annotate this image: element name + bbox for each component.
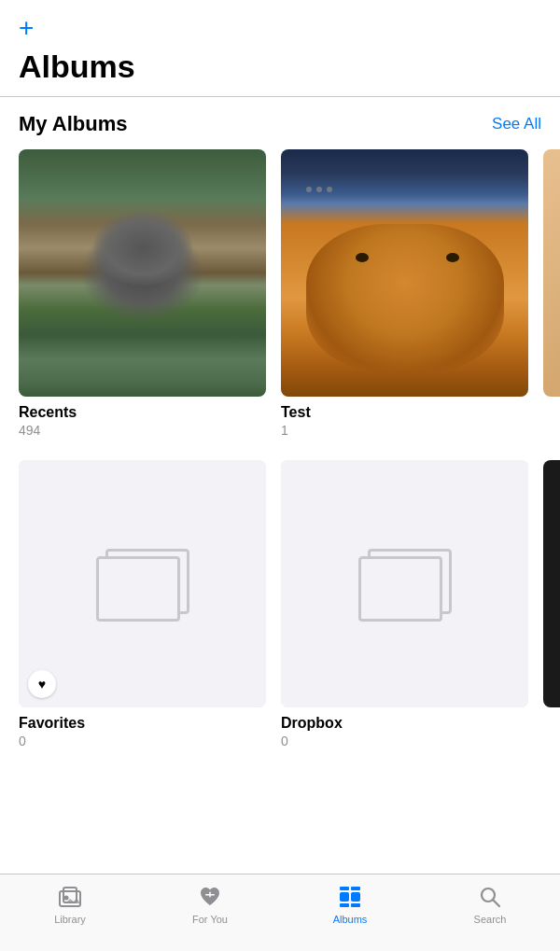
section-title: My Albums bbox=[19, 112, 128, 136]
placeholder-icon-favorites bbox=[87, 539, 199, 628]
albums-icon bbox=[337, 884, 363, 910]
album-thumbnail-recents bbox=[19, 149, 266, 397]
album-name-recents: Recents bbox=[19, 404, 266, 421]
tab-for-you-label: For You bbox=[192, 914, 228, 925]
album-name-test: Test bbox=[281, 404, 528, 421]
search-icon bbox=[477, 884, 503, 910]
svg-rect-9 bbox=[340, 887, 349, 890]
album-partial-1[interactable] bbox=[543, 149, 560, 438]
svg-rect-7 bbox=[340, 903, 349, 907]
album-name-dropbox: Dropbox bbox=[281, 715, 528, 732]
album-count-dropbox: 0 bbox=[281, 734, 528, 748]
album-count-recents: 494 bbox=[19, 423, 266, 438]
tab-library[interactable]: Library bbox=[0, 884, 140, 925]
album-thumbnail-dropbox bbox=[281, 460, 528, 707]
add-button[interactable]: + bbox=[19, 15, 34, 41]
album-favorites[interactable]: ♥ Favorites 0 bbox=[19, 460, 266, 748]
album-thumbnail-test bbox=[281, 149, 528, 397]
svg-rect-6 bbox=[351, 892, 360, 902]
tab-albums-label: Albums bbox=[333, 914, 368, 925]
svg-rect-10 bbox=[351, 887, 360, 890]
svg-line-12 bbox=[494, 901, 500, 907]
tab-albums[interactable]: Albums bbox=[280, 884, 420, 925]
page-title: Albums bbox=[19, 49, 541, 85]
tab-search[interactable]: Search bbox=[420, 884, 560, 925]
svg-rect-4 bbox=[209, 892, 211, 898]
svg-rect-8 bbox=[351, 903, 360, 907]
album-count-test: 1 bbox=[281, 423, 528, 438]
tab-search-label: Search bbox=[474, 914, 507, 925]
album-thumbnail-partial-1 bbox=[543, 149, 560, 397]
for-you-icon bbox=[197, 884, 223, 910]
album-name-favorites: Favorites bbox=[19, 715, 266, 732]
svg-point-2 bbox=[64, 896, 69, 901]
album-thumbnail-favorites: ♥ bbox=[19, 460, 266, 707]
heart-icon: ♥ bbox=[28, 670, 56, 698]
albums-row-1: Recents 494 Test 1 bbox=[0, 149, 560, 438]
album-count-favorites: 0 bbox=[19, 734, 266, 748]
album-recents[interactable]: Recents 494 bbox=[19, 149, 266, 438]
tab-library-label: Library bbox=[54, 914, 86, 925]
placeholder-icon-dropbox bbox=[349, 539, 461, 628]
header-divider bbox=[0, 96, 560, 97]
albums-row-2: ♥ Favorites 0 Dropbox 0 bbox=[0, 460, 560, 748]
library-icon bbox=[57, 884, 83, 910]
section-header: My Albums See All bbox=[0, 112, 560, 136]
see-all-button[interactable]: See All bbox=[492, 115, 541, 133]
tab-for-you[interactable]: For You bbox=[140, 884, 280, 925]
album-test[interactable]: Test 1 bbox=[281, 149, 528, 438]
tab-bar: Library For You Albums bbox=[0, 874, 560, 951]
album-partial-2[interactable] bbox=[543, 460, 560, 748]
svg-rect-5 bbox=[340, 892, 349, 902]
header: + Albums bbox=[0, 0, 560, 85]
album-thumbnail-partial-2 bbox=[543, 460, 560, 707]
album-dropbox[interactable]: Dropbox 0 bbox=[281, 460, 528, 748]
